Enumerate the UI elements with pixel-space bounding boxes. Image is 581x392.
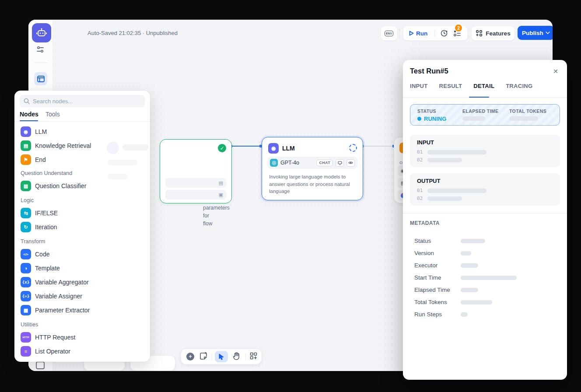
app-logo[interactable] — [32, 23, 51, 42]
code-icon: </> — [21, 249, 31, 259]
input-skeleton — [427, 158, 462, 162]
llm-node-description: Invoking large language models to answer… — [269, 173, 357, 195]
question-classifier-icon: ▥ — [21, 181, 31, 191]
elapsed-time-label: ELAPSED TIME — [462, 108, 498, 114]
meta-skeleton — [461, 263, 478, 268]
publish-button[interactable]: Publish — [518, 26, 553, 40]
end-icon: ⚑ — [21, 154, 31, 165]
robot-icon — [36, 27, 47, 38]
node-item-list-operator[interactable]: ≡ List Operator — [16, 344, 148, 358]
output-skeleton — [427, 196, 462, 201]
chevron-down-icon — [546, 32, 550, 34]
node-item-http-request[interactable]: HTTP HTTP Request — [16, 330, 148, 344]
tab-tracing[interactable]: TRACING — [506, 83, 532, 89]
model-selector[interactable]: GPT-4o CHAT — [267, 157, 357, 169]
node-item-end[interactable]: ⚑ End — [16, 153, 148, 167]
line-number: 01 — [417, 188, 423, 193]
add-node-button[interactable]: + — [186, 353, 194, 360]
node-item-code[interactable]: </> Code — [16, 247, 148, 261]
group-divider — [434, 30, 435, 36]
meta-skeleton — [461, 251, 471, 256]
running-dot-icon — [417, 117, 421, 121]
template-icon: ◑ — [21, 263, 31, 273]
node-item-template[interactable]: ◑ Template — [16, 261, 148, 275]
tabs-divider — [403, 98, 567, 98]
run-panel-tabs: INPUT RESULT DETAIL TRACING — [410, 83, 532, 89]
node-item-variable-assigner[interactable]: {=} Variable Assigner — [16, 289, 148, 303]
node-item-if-else[interactable]: ⇆ IF/ELSE — [16, 206, 148, 220]
gpt4o-model-icon — [270, 159, 278, 167]
hand-icon — [233, 352, 240, 360]
toolbar-divider — [399, 29, 400, 36]
tokens-skeleton — [509, 116, 538, 121]
node-item-variable-aggregator[interactable]: {x} Variable Aggregator — [16, 275, 148, 289]
node-item-knowledge-retrieval[interactable]: ▤ Knowledge Retrieval — [16, 139, 148, 153]
section-transform: Transform — [21, 238, 46, 245]
vision-badge — [336, 159, 344, 167]
run-panel-title: Test Run#5 — [410, 67, 448, 75]
shortcut-icon — [35, 361, 45, 370]
search-placeholder: Search nodes... — [33, 98, 73, 105]
layout-grid-icon — [250, 352, 257, 360]
run-button[interactable]: Run — [403, 30, 432, 37]
parameter-extractor-icon: ▦ — [21, 305, 31, 315]
add-note-button[interactable] — [200, 352, 207, 360]
preview-timer-button[interactable] — [438, 28, 451, 39]
if-else-icon: ⇆ — [21, 208, 31, 218]
edge-start-to-llm — [231, 146, 262, 147]
output-skeleton — [427, 189, 486, 193]
hand-mode-button[interactable] — [233, 352, 240, 360]
rail-bottom-button[interactable] — [35, 361, 45, 371]
variable-aggregator-icon: {x} — [21, 277, 31, 287]
node-item-iteration[interactable]: ↻ Iteration — [16, 220, 148, 234]
llm-node-title: LLM — [282, 145, 295, 152]
section-logic: Logic — [21, 197, 34, 203]
meta-skeleton — [461, 239, 485, 243]
status-label: STATUS — [417, 108, 436, 114]
search-input[interactable]: Search nodes... — [20, 95, 145, 107]
node-item-question-classifier[interactable]: ▥ Question Classifier — [16, 179, 148, 193]
tab-nodes[interactable]: Nodes — [20, 111, 38, 118]
pointer-mode-button[interactable] — [215, 351, 228, 362]
env-button[interactable]: ENV — [381, 26, 397, 41]
meta-status-label: Status — [414, 238, 431, 244]
meta-skeleton — [461, 312, 468, 317]
tab-detail[interactable]: DETAIL — [473, 83, 494, 89]
features-grid-icon — [476, 30, 483, 37]
status-running-value: RUNING — [417, 116, 446, 122]
tab-input[interactable]: INPUT — [410, 83, 428, 89]
organize-layout-button[interactable] — [250, 352, 257, 360]
meta-skeleton — [461, 300, 492, 304]
line-number: 02 — [417, 196, 423, 201]
model-name: GPT-4o — [280, 160, 314, 166]
line-number: 01 — [417, 149, 423, 155]
tab-tools[interactable]: Tools — [46, 111, 60, 118]
active-tab-underline — [469, 97, 489, 98]
cursor-icon — [218, 354, 224, 360]
section-question-understand: Question Understand — [21, 170, 72, 176]
run-control-group: Run 2 — [403, 26, 468, 41]
tab-result[interactable]: RESULT — [439, 83, 462, 89]
start-field-row[interactable]: ▤ — [165, 178, 226, 188]
line-number: 02 — [417, 157, 423, 163]
meta-total-tokens-label: Total Tokens — [414, 299, 447, 305]
checklist-button[interactable]: 2 — [451, 28, 464, 39]
meta-skeleton — [461, 276, 517, 280]
input-card: INPUT 01 02 — [410, 135, 560, 167]
meta-run-steps-label: Run Steps — [414, 311, 442, 318]
features-button[interactable]: Features — [471, 26, 515, 41]
start-field-row[interactable]: ▣ — [165, 190, 226, 200]
variable-assigner-icon: {=} — [21, 291, 31, 301]
start-node[interactable]: ✓ ▤ ▣ parameters for flow — [160, 139, 232, 203]
test-run-panel: Test Run#5 ✕ INPUT RESULT DETAIL TRACING… — [403, 60, 567, 380]
llm-node[interactable]: ◉ LLM GPT-4o CHAT Invoking large — [262, 137, 363, 200]
canvas-toolbar: + — [181, 349, 262, 364]
workflow-panel-button[interactable] — [34, 72, 47, 85]
node-item-llm[interactable]: ◉ LLM — [16, 125, 148, 139]
search-icon — [24, 98, 30, 104]
close-icon[interactable]: ✕ — [550, 66, 561, 77]
node-item-parameter-extractor[interactable]: ▦ Parameter Extractor — [16, 303, 148, 317]
node-picker-panel: Search nodes... Nodes Tools ◉ LLM ▤ Know… — [14, 91, 150, 362]
edge-llm-to-end — [362, 146, 394, 147]
preferences-sliders-icon[interactable] — [36, 46, 45, 53]
